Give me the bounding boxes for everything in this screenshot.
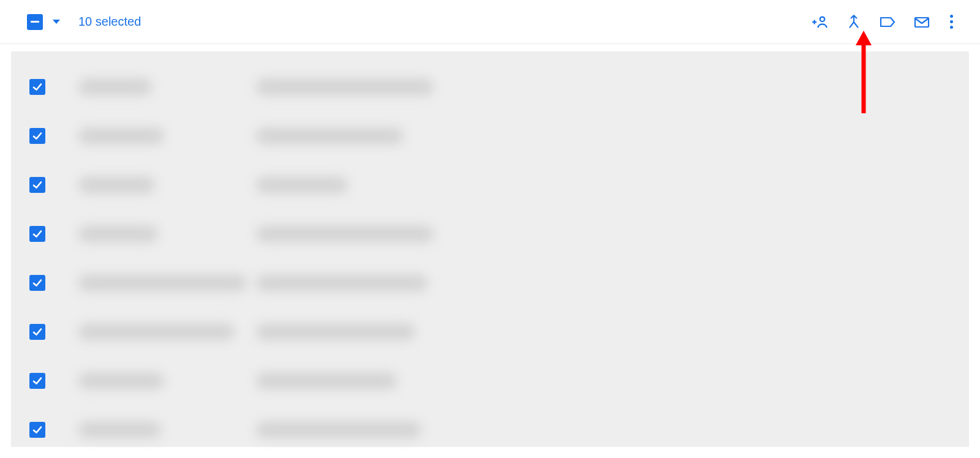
contact-name-cell (78, 274, 250, 291)
row-checkbox[interactable] (29, 422, 45, 438)
contact-email-cell (256, 78, 477, 96)
redacted-email (256, 323, 415, 340)
contact-list (11, 51, 969, 447)
row-checkbox[interactable] (29, 226, 45, 242)
redacted-email (256, 421, 421, 438)
redacted-name (78, 127, 164, 145)
redacted-email (256, 127, 403, 145)
selection-dropdown-icon[interactable] (53, 20, 60, 24)
merge-icon[interactable] (846, 14, 862, 30)
row-checkbox[interactable] (29, 275, 45, 291)
row-checkbox[interactable] (29, 324, 45, 340)
row-checkbox[interactable] (29, 373, 45, 389)
contact-email-cell (256, 421, 477, 438)
label-icon[interactable] (879, 15, 896, 29)
select-all-checkbox[interactable] (27, 14, 43, 30)
contact-row[interactable] (11, 258, 969, 307)
redacted-email (256, 274, 428, 291)
redacted-email (256, 225, 434, 242)
redacted-email (256, 176, 348, 193)
contact-name-cell (78, 127, 250, 145)
contact-row[interactable] (11, 209, 969, 258)
contact-email-cell (256, 127, 477, 145)
redacted-name (78, 176, 155, 193)
add-person-icon[interactable] (812, 13, 829, 31)
contact-email-cell (256, 176, 477, 193)
selected-count-label: 10 selected (78, 15, 141, 29)
redacted-email (256, 78, 434, 96)
row-checkbox[interactable] (29, 79, 45, 95)
redacted-name (78, 225, 158, 242)
redacted-name (78, 421, 161, 438)
contact-row[interactable] (11, 160, 969, 209)
contact-row[interactable] (11, 356, 969, 405)
contact-name-cell (78, 225, 250, 242)
redacted-name (78, 323, 235, 340)
toolbar-left: 10 selected (27, 14, 141, 30)
contact-row[interactable] (11, 62, 969, 111)
indeterminate-mark (31, 21, 39, 23)
contact-name-cell (78, 421, 250, 438)
contact-row[interactable] (11, 111, 969, 160)
mail-icon[interactable] (913, 15, 930, 29)
contact-name-cell (78, 78, 250, 96)
contact-row[interactable] (11, 405, 969, 454)
contact-row[interactable] (11, 307, 969, 356)
toolbar-actions (812, 12, 956, 31)
selection-toolbar: 10 selected (0, 0, 980, 44)
contact-name-cell (78, 372, 250, 389)
more-vert-icon[interactable] (948, 12, 956, 31)
redacted-name (78, 372, 164, 389)
row-checkbox[interactable] (29, 177, 45, 193)
contact-name-cell (78, 323, 250, 340)
contact-name-cell (78, 176, 250, 193)
contact-email-cell (256, 372, 477, 389)
redacted-email (256, 372, 397, 389)
redacted-name (78, 78, 152, 96)
svg-point-0 (820, 17, 824, 21)
redacted-name (78, 274, 247, 291)
contact-email-cell (256, 274, 477, 291)
contact-email-cell (256, 225, 477, 242)
contact-email-cell (256, 323, 477, 340)
row-checkbox[interactable] (29, 128, 45, 144)
